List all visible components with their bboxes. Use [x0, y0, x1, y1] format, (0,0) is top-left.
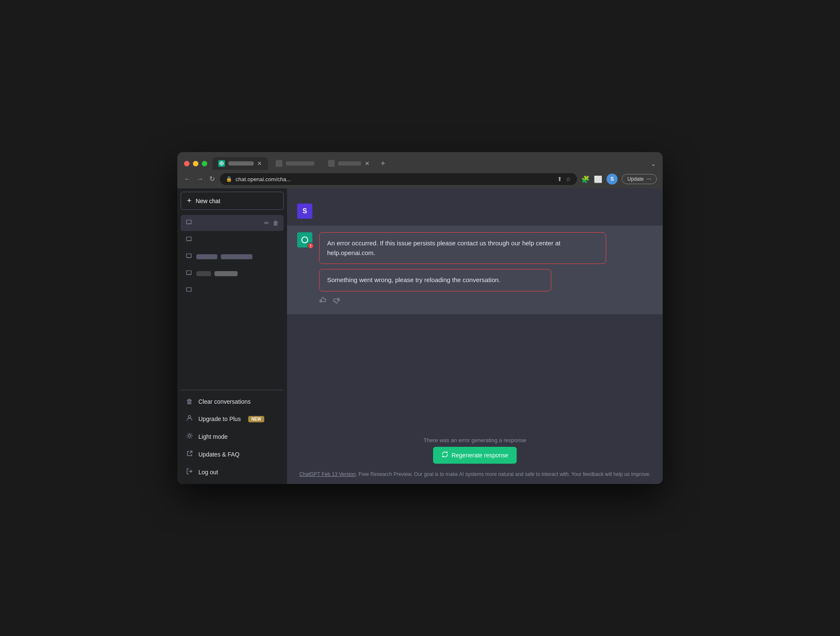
chat-item-3-content [196, 254, 279, 259]
chat-item-5[interactable] [181, 283, 284, 299]
chat-item-2[interactable] [181, 232, 284, 248]
titlebar-top: ✕ ✕ + ⌄ [184, 157, 656, 170]
thumbs-down-button[interactable] [333, 296, 340, 308]
tab-title-2 [286, 161, 314, 166]
chat-title-bar-3b [221, 254, 252, 259]
bookmark-icon[interactable]: ☆ [566, 176, 571, 182]
assistant-message-row: ! An error occurred. If this issue persi… [287, 226, 663, 314]
chat-bubble-icon-2 [186, 236, 192, 244]
sidebar-clear-conversations[interactable]: 🗑 Clear conversations [181, 394, 284, 410]
tab-2[interactable] [270, 157, 320, 170]
tab-favicon-2 [276, 160, 282, 167]
new-chat-button[interactable]: + New chat [181, 192, 284, 210]
tab-favicon-3 [328, 160, 335, 167]
sidebar-bottom: 🗑 Clear conversations Upgrade to Plus NE… [181, 394, 284, 481]
tabs-row: ✕ ✕ + [212, 157, 645, 170]
profile-avatar[interactable]: S [607, 174, 618, 185]
svg-point-3 [188, 416, 191, 418]
chat-title-bar-4a [196, 271, 211, 276]
edit-icon-1[interactable]: ✏ [264, 220, 269, 226]
svg-point-4 [188, 435, 191, 437]
chat-bubble-icon-5 [186, 287, 192, 294]
error-text-1: An error occurred. If this issue persist… [327, 239, 561, 256]
sidebar: + New chat ✏ 🗑 [177, 188, 287, 484]
browser-window: ✕ ✕ + ⌄ ← → ↻ 🔒 chat.openai.com/cha [177, 152, 663, 484]
updates-faq-label: Updates & FAQ [198, 451, 239, 458]
browser-toolbar: ← → ↻ 🔒 chat.openai.com/cha... ⬆ ☆ 🧩 ⬜ S… [177, 170, 663, 188]
person-icon [186, 415, 193, 423]
sidebar-updates-faq[interactable]: Updates & FAQ [181, 446, 284, 463]
external-link-icon [186, 450, 193, 459]
user-message-row: S [287, 197, 663, 226]
update-button[interactable]: Update ⋯ [622, 174, 657, 184]
tab-active[interactable]: ✕ [212, 157, 268, 170]
chat-input-area: There was an error generating a response… [287, 430, 663, 467]
clear-conversations-label: Clear conversations [198, 398, 251, 405]
extensions-icon[interactable]: 🧩 [581, 175, 590, 183]
sun-icon [186, 432, 193, 441]
messages-area: S ! An error occurred. If this is [287, 188, 663, 430]
light-mode-label: Light mode [198, 433, 228, 440]
refresh-button[interactable]: ↻ [209, 175, 216, 183]
maximize-button[interactable] [202, 161, 207, 166]
update-label: Update [627, 176, 644, 182]
chat-main: S ! An error occurred. If this is [287, 188, 663, 484]
chat-title-bar-4b [214, 271, 238, 276]
assistant-avatar: ! [297, 232, 312, 247]
sidebar-divider [181, 390, 284, 390]
footer-link[interactable]: ChatGPT Feb 13 Version [299, 471, 356, 477]
new-chat-plus-icon: + [187, 196, 192, 205]
upgrade-label: Upgrade to Plus [198, 416, 241, 422]
share-icon[interactable]: ⬆ [557, 176, 562, 182]
tab-close-1[interactable]: ✕ [257, 160, 262, 166]
chat-item-4-content [196, 271, 279, 276]
update-ellipsis: ⋯ [646, 176, 651, 182]
new-tab-button[interactable]: + [377, 158, 389, 170]
chat-actions-1: ✏ 🗑 [264, 220, 279, 226]
regenerate-label: Regenerate response [452, 452, 509, 459]
regenerate-icon [442, 451, 448, 459]
error-status-text: There was an error generating a response [424, 437, 526, 443]
sidebar-toggle-icon[interactable]: ⬜ [594, 175, 602, 183]
chat-bubble-icon-4 [186, 270, 192, 277]
address-bar[interactable]: 🔒 chat.openai.com/cha... ⬆ ☆ [220, 173, 577, 185]
chat-bubble-icon-3 [186, 253, 192, 261]
chat-item-3[interactable] [181, 249, 284, 265]
new-badge: NEW [248, 416, 264, 422]
toolbar-right: 🧩 ⬜ S Update ⋯ [581, 174, 657, 185]
regenerate-button[interactable]: Regenerate response [433, 447, 517, 464]
svg-line-11 [191, 434, 192, 435]
error-text-2: Something went wrong, please try reloadi… [327, 276, 500, 283]
tab-3[interactable]: ✕ [322, 157, 376, 170]
tab-close-3[interactable]: ✕ [365, 160, 370, 166]
url-text: chat.openai.com/cha... [236, 176, 554, 182]
sidebar-upgrade[interactable]: Upgrade to Plus NEW [181, 410, 284, 427]
error-badge: ! [307, 242, 314, 249]
forward-button[interactable]: → [196, 175, 204, 183]
new-chat-label: New chat [196, 198, 220, 204]
chat-item-1[interactable]: ✏ 🗑 [181, 215, 284, 231]
tab-title-3 [338, 161, 361, 166]
sidebar-light-mode[interactable]: Light mode [181, 428, 284, 445]
assistant-message-content: An error occurred. If this issue persist… [319, 232, 653, 307]
thumbs-up-button[interactable] [319, 296, 327, 308]
tab-title-1 [228, 161, 254, 166]
delete-icon-1[interactable]: 🗑 [273, 220, 279, 226]
logout-label: Log out [198, 469, 218, 476]
svg-line-10 [191, 438, 192, 438]
minimize-button[interactable] [193, 161, 198, 166]
footer-text: . Free Research Preview. Our goal is to … [356, 471, 650, 477]
back-button[interactable]: ← [183, 175, 192, 183]
svg-line-13 [190, 451, 192, 454]
chat-footer: ChatGPT Feb 13 Version. Free Research Pr… [287, 467, 663, 484]
close-button[interactable] [184, 161, 190, 166]
window-controls-chevron: ⌄ [650, 160, 656, 168]
chat-item-4[interactable] [181, 266, 284, 282]
sidebar-logout[interactable]: Log out [181, 464, 284, 481]
traffic-lights [184, 161, 207, 166]
chat-title-bar-3a [196, 254, 217, 259]
error-box-1: An error occurred. If this issue persist… [319, 232, 606, 264]
app-container: + New chat ✏ 🗑 [177, 188, 663, 484]
svg-line-12 [187, 438, 188, 438]
error-box-2: Something went wrong, please try reloadi… [319, 269, 551, 291]
